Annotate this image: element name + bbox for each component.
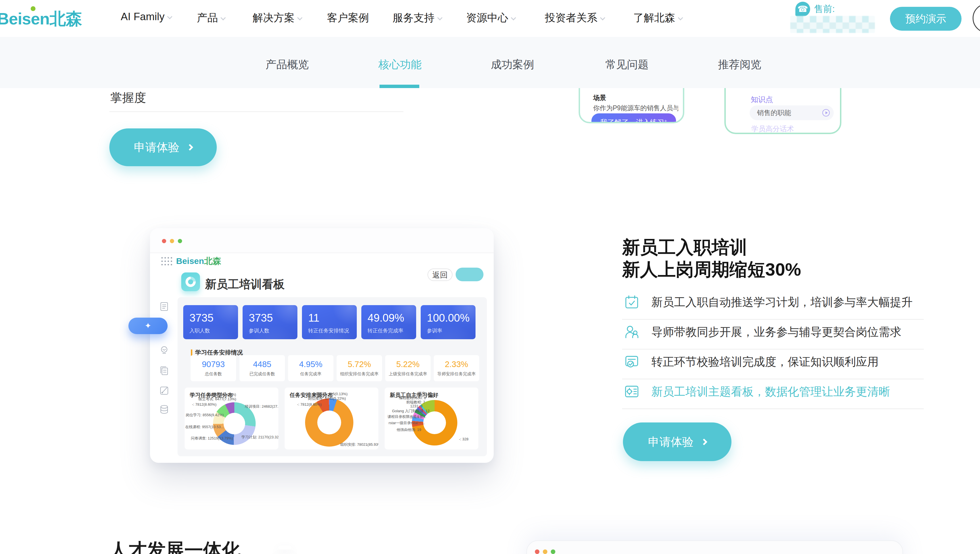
feature-heading-line1: 新员工入职培训 bbox=[622, 235, 747, 259]
presale-label: 售前: bbox=[814, 3, 835, 15]
apply-trial-button[interactable]: 申请体验 bbox=[109, 128, 217, 166]
brand-logo-cn: 北森 bbox=[49, 10, 82, 28]
database-icon[interactable] bbox=[159, 404, 170, 415]
stat-tile: 3735参训人数 bbox=[243, 305, 298, 339]
dashboard-title: 新员工培训看板 bbox=[205, 277, 285, 292]
window-minimize-icon bbox=[543, 549, 547, 554]
brand-logo-en: Beisen bbox=[0, 10, 49, 28]
window-close-icon[interactable] bbox=[162, 239, 166, 243]
ai-assistant-button[interactable]: ✦ bbox=[128, 318, 168, 334]
pill-dash bbox=[278, 546, 291, 549]
phone-icon: ☎ bbox=[795, 2, 810, 16]
section-tabs: 产品概览 核心功能 成功案例 常见问题 推荐阅览 bbox=[0, 37, 980, 88]
divider bbox=[622, 319, 924, 320]
chevron-down-icon bbox=[511, 15, 516, 20]
divider bbox=[622, 349, 924, 349]
back-button[interactable]: 返回 bbox=[428, 269, 452, 281]
feature-item: 新员工培训主题看板，数据化管理让业务更清晰 bbox=[624, 383, 924, 400]
stat-tile: 49.09%转正任务完成率 bbox=[361, 305, 416, 339]
dashboard-logo: Beisen北森 bbox=[176, 255, 221, 267]
pie-chart-icon bbox=[181, 272, 200, 291]
nav-item-solutions[interactable]: 解决方案 bbox=[253, 11, 302, 25]
feature-item: 转正环节校验培训完成度，保证知识顺利应用 bbox=[624, 353, 924, 370]
window-titlebar bbox=[150, 228, 494, 253]
app-grid-icon[interactable] bbox=[161, 257, 173, 266]
knowledge-field[interactable]: 销售的职能 bbox=[749, 105, 834, 120]
divider bbox=[109, 111, 403, 112]
next-section-window bbox=[527, 540, 903, 554]
mini-stat-card: 5.72%组织安排任务完成率 bbox=[337, 355, 382, 381]
mini-stat-card: 90793总任务数 bbox=[191, 355, 236, 381]
chevron-down-icon bbox=[600, 15, 605, 20]
nav-item-resource-center[interactable]: 资源中心 bbox=[466, 11, 515, 25]
page: Beisen北森 AI Family 产品 解决方案 客户案例 服务支持 资源中… bbox=[0, 0, 980, 554]
mini-stat-card: 5.22%上级安排任务完成率 bbox=[385, 355, 431, 381]
top-nav: Beisen北森 AI Family 产品 解决方案 客户案例 服务支持 资源中… bbox=[0, 0, 980, 37]
tab-faq[interactable]: 常见问题 bbox=[605, 57, 649, 72]
calendar-check-icon bbox=[624, 294, 640, 310]
tab-success-cases[interactable]: 成功案例 bbox=[491, 57, 534, 72]
chevron-down-icon bbox=[437, 15, 442, 20]
residual-text: 掌握度 bbox=[110, 90, 146, 106]
tab-core-features[interactable]: 核心功能 bbox=[379, 57, 422, 72]
verify-card-icon bbox=[624, 353, 640, 370]
magic-star-icon: ✦ bbox=[145, 322, 151, 330]
knowledge-subtitle: 学员高分话术 bbox=[751, 124, 794, 134]
phone-number-blurred bbox=[790, 16, 875, 33]
book-demo-button[interactable]: 预约演示 bbox=[890, 7, 961, 31]
brand-logo-dot bbox=[31, 6, 35, 11]
chevron-down-icon bbox=[220, 15, 226, 20]
chart-card-task-types: 学习任务类型分布 辅导: 20(0.02%) 独立考试: 6477(7.13%)… bbox=[185, 387, 278, 449]
chevron-down-icon bbox=[678, 15, 683, 20]
chart-card-task-sources: 任务安排来源分布 上级安排: 115(0.13%) 岗位推荐: 4740(5.2… bbox=[285, 387, 379, 449]
brand-logo[interactable]: Beisen北森 bbox=[0, 8, 82, 30]
chart-card-learning-preference: 新员工自主学习偏好 其它: 46 编程教程0630: 6 前端教程: 7 123… bbox=[385, 387, 478, 449]
window-close-icon bbox=[535, 549, 539, 554]
nav-item-investor-relations[interactable]: 投资者关系 bbox=[545, 11, 605, 25]
lightbulb-icon[interactable] bbox=[159, 345, 170, 356]
avatar bbox=[753, 133, 763, 134]
scene-body: 你作为P9能源车的销售人员与潜在客户的初次接 bbox=[593, 104, 678, 113]
edit-icon[interactable] bbox=[159, 384, 170, 396]
feature-item: 新员工入职自动推送学习计划，培训参与率大幅提升 bbox=[624, 294, 924, 310]
feature-heading-line2: 新人上岗周期缩短30% bbox=[622, 257, 801, 282]
apply-trial-button[interactable]: 申请体验 bbox=[623, 422, 732, 461]
arrow-right-icon bbox=[186, 144, 193, 151]
stat-tile: 3735入职人数 bbox=[183, 305, 238, 339]
window-zoom-icon bbox=[551, 549, 555, 554]
active-tab-underline bbox=[380, 85, 419, 88]
search-icon[interactable] bbox=[973, 3, 980, 33]
enter-practice-button[interactable]: 我了解了，进入练习+ bbox=[592, 113, 676, 123]
window-zoom-icon[interactable] bbox=[178, 239, 182, 243]
knowledge-title: 知识点 bbox=[751, 95, 773, 105]
feature-item: 导师带教同步开展，业务参与辅导更契合岗位需求 bbox=[624, 323, 924, 340]
mentor-users-icon bbox=[624, 323, 640, 340]
nav-item-about-beisen[interactable]: 了解北森 bbox=[633, 11, 682, 25]
tab-product-overview[interactable]: 产品概览 bbox=[266, 57, 309, 72]
mini-stat-card: 2.33%导师安排任务完成率 bbox=[434, 355, 479, 381]
play-icon[interactable] bbox=[822, 109, 830, 116]
nav-item-ai-family[interactable]: AI Family bbox=[121, 11, 172, 23]
mini-stat-card: 4485已完成任务数 bbox=[239, 355, 285, 381]
stat-tile: 11转正任务安排情况 bbox=[302, 305, 357, 339]
primary-action-pill[interactable] bbox=[456, 267, 484, 281]
nav-item-products[interactable]: 产品 bbox=[197, 11, 225, 25]
scene-title: 场景 bbox=[593, 94, 606, 102]
section-accent-bar bbox=[191, 349, 192, 356]
dashboard-settings-icon bbox=[624, 383, 640, 400]
window-minimize-icon[interactable] bbox=[170, 239, 174, 243]
chevron-down-icon bbox=[297, 15, 302, 20]
chevron-down-icon bbox=[167, 14, 172, 19]
copy-pages-icon[interactable] bbox=[159, 365, 170, 376]
tab-recommended-reading[interactable]: 推荐阅览 bbox=[718, 57, 761, 72]
nav-item-customer-cases[interactable]: 客户案例 bbox=[327, 11, 369, 25]
mini-stat-card: 4.95%任务完成率 bbox=[288, 355, 334, 381]
divider bbox=[622, 379, 924, 379]
stat-tile: 100.00%参训率 bbox=[421, 305, 476, 339]
nav-item-service-support[interactable]: 服务支持 bbox=[393, 11, 442, 25]
dashboard-window: Beisen北森 新员工培训看板 返回 3735入职人数 3735参训人数 11… bbox=[150, 228, 494, 463]
next-section-heading: 人才发展一体化 bbox=[109, 538, 240, 554]
divider bbox=[622, 409, 924, 409]
report-list-icon[interactable] bbox=[159, 301, 170, 312]
sparkle-icon: + bbox=[664, 118, 667, 123]
